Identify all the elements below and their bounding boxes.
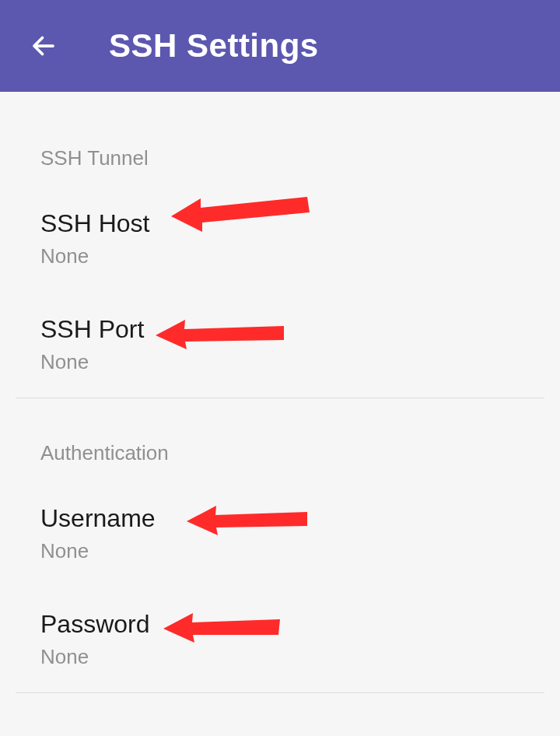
setting-username[interactable]: Username None [0, 481, 560, 587]
password-value: None [40, 645, 520, 669]
ssh-host-value: None [40, 244, 520, 268]
ssh-host-label: SSH Host [40, 209, 520, 238]
setting-ssh-host[interactable]: SSH Host None [0, 186, 560, 292]
ssh-port-value: None [40, 350, 520, 374]
ssh-port-label: SSH Port [40, 315, 520, 344]
username-value: None [40, 539, 520, 563]
section-header-auth: Authentication [0, 398, 560, 481]
setting-ssh-port[interactable]: SSH Port None [0, 292, 560, 398]
app-header: SSH Settings [0, 0, 560, 92]
settings-content: SSH Tunnel SSH Host None SSH Port None A… [0, 92, 560, 693]
arrow-back-icon [30, 32, 58, 60]
setting-password[interactable]: Password None [0, 587, 560, 692]
section-divider [16, 692, 544, 693]
username-label: Username [40, 504, 520, 533]
password-label: Password [40, 610, 520, 639]
page-title: SSH Settings [109, 27, 319, 65]
section-header-tunnel: SSH Tunnel [0, 92, 560, 186]
back-button[interactable] [30, 32, 58, 60]
